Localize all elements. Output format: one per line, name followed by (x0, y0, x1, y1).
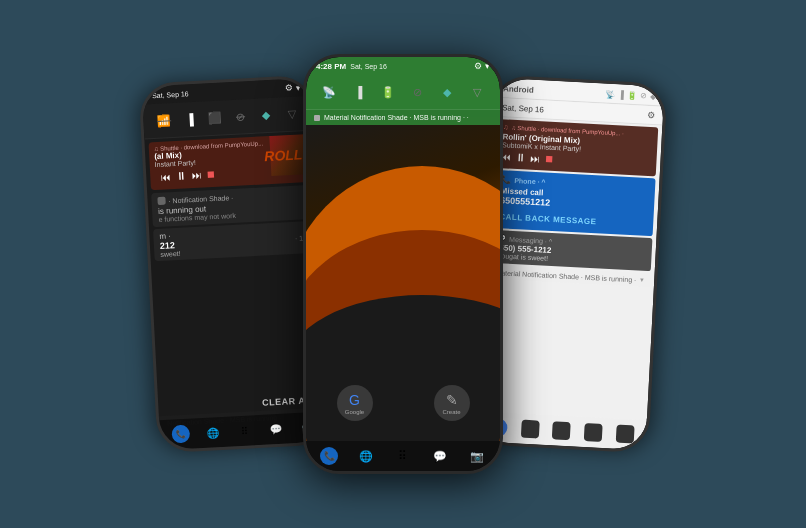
left-dock-apps[interactable]: ⠿ (235, 421, 254, 440)
right-expand-icon: ▾ (640, 276, 644, 284)
center-fab-container: G Google ✎ Create (306, 385, 500, 421)
center-gear-icon[interactable]: ⚙ (474, 61, 482, 71)
center-battery-icon: 🔋 (377, 81, 399, 103)
center-status-date: Sat, Sep 16 (350, 63, 387, 70)
center-status-time: 4:28 PM (316, 62, 346, 71)
left-dock-msg[interactable]: 💬 (267, 420, 286, 439)
center-notification-bar: Material Notification Shade · MSB is run… (306, 110, 500, 125)
gear-icon[interactable]: ⚙ (285, 83, 294, 93)
center-qs-row: 📡 ▐ 🔋 ⊘ ◆ ▽ (306, 75, 500, 110)
center-dock-globe[interactable]: 🌐 (357, 447, 375, 465)
left-shade-notification: · Notification Shade · is running out e … (151, 185, 314, 227)
right-stop-button[interactable]: ⏹ (544, 153, 555, 165)
center-signal-icon[interactable]: ▐ (347, 81, 369, 103)
right-dock-dark3[interactable] (584, 423, 603, 442)
center-filter-icon[interactable]: ▽ (466, 81, 488, 103)
left-shade-notif-title: · Notification Shade · (168, 194, 233, 204)
center-notif-text: Material Notification Shade · MSB is run… (314, 114, 492, 121)
center-status-bar: 4:28 PM Sat, Sep 16 ⚙ ▾ (306, 57, 500, 75)
left-signal-icon[interactable]: ▐ (178, 108, 201, 131)
right-location-icon: ◆ (650, 92, 656, 101)
left-dock-globe[interactable]: 🌐 (203, 423, 222, 442)
expand-icon: ▾ (296, 82, 302, 92)
center-wifi-icon[interactable]: 📡 (318, 81, 340, 103)
right-dock-dark2[interactable] (552, 421, 571, 440)
left-next-button[interactable]: ⏭ (191, 169, 202, 181)
left-qs-row: 📶 ▐ ⬛ ⊘ ◆ ▽ (143, 96, 314, 140)
left-missed-call: m · 212 sweet! · 1m (153, 221, 315, 261)
center-notif-label: Material Notification Shade · MSB is run… (324, 114, 469, 121)
left-wifi-icon[interactable]: 📶 (153, 109, 176, 132)
center-dock-msg[interactable]: 💬 (431, 447, 449, 465)
phone-right-screen: Android 📡 ▐ 🔋 ⊘ ◆ Sat, Sep 16 ⚙ (477, 78, 665, 450)
right-android-status-icons: 📡 ▐ 🔋 ⊘ ◆ (605, 88, 656, 104)
center-notif-dot (314, 115, 320, 121)
left-location-icon[interactable]: ◆ (254, 104, 277, 127)
left-call-text: sweet! (160, 250, 181, 258)
left-stop-button[interactable]: ⏹ (206, 168, 217, 180)
create-icon: ✎ (446, 392, 458, 408)
center-fab-google[interactable]: G Google (337, 385, 373, 421)
center-dock-cam[interactable]: 📷 (468, 447, 486, 465)
right-gear-icon[interactable]: ⚙ (647, 110, 656, 120)
center-expand-icon: ▾ (485, 61, 490, 71)
right-android-label: Android (503, 84, 534, 95)
right-date: Sat, Sep 16 (502, 103, 544, 114)
right-callback-button[interactable]: CALL BACK MESSAGE (499, 210, 597, 228)
center-fab-create[interactable]: ✎ Create (434, 385, 470, 421)
left-battery-icon: ⬛ (204, 106, 227, 129)
right-battery-icon: 🔋 (627, 91, 637, 101)
right-phone-notification: 📞 Phone · ^ Missed call 6505551212 CALL … (492, 170, 656, 236)
center-status-icons: ⚙ ▾ (474, 61, 490, 71)
fab-google-label: Google (345, 409, 364, 415)
left-status-icons: ⚙ ▾ (285, 82, 302, 93)
center-dock-apps[interactable]: ⠿ (394, 447, 412, 465)
right-signal-icon: ▐ (618, 90, 624, 99)
left-music-notification: ♫ Shuttle · download from PumpYouUp... (… (149, 134, 312, 190)
center-location-icon[interactable]: ◆ (436, 81, 458, 103)
right-dock-dark1[interactable] (521, 420, 540, 439)
center-dock: 📞 🌐 ⠿ 💬 📷 (306, 441, 500, 471)
left-block-icon[interactable]: ⊘ (229, 105, 252, 128)
right-music-icon: ♫ (503, 123, 509, 130)
phone-left-screen: Sat, Sep 16 ⚙ ▾ 📶 ▐ ⬛ ⊘ ◆ ▽ ♫ Shuttle (142, 78, 330, 450)
right-wifi-icon: 📡 (605, 90, 615, 100)
left-prev-button[interactable]: ⏮ (160, 171, 171, 183)
right-dock-dark4[interactable] (616, 425, 635, 444)
center-block-icon[interactable]: ⊘ (407, 81, 429, 103)
center-dock-phone[interactable]: 📞 (320, 447, 338, 465)
left-status-date: Sat, Sep 16 (152, 90, 189, 99)
right-music-notification: ♫ ♫ Shuttle · download from PumpYouUp...… (495, 119, 658, 176)
phones-container: Sat, Sep 16 ⚙ ▾ 📶 ▐ ⬛ ⊘ ◆ ▽ ♫ Shuttle (0, 0, 806, 528)
right-pause-button[interactable]: ⏸ (515, 151, 527, 164)
phone-center: 4:28 PM Sat, Sep 16 ⚙ ▾ 📡 ▐ 🔋 ⊘ ◆ ▽ (303, 54, 503, 474)
right-messaging-notification: 💬 Messaging · ^ (650) 555-1212 Nougat is… (490, 230, 653, 271)
left-filter-icon[interactable]: ▽ (280, 102, 303, 125)
left-shade-notif-icon (157, 197, 165, 205)
phone-center-screen: 4:28 PM Sat, Sep 16 ⚙ ▾ 📡 ▐ 🔋 ⊘ ◆ ▽ (306, 57, 500, 471)
fab-create-label: Create (442, 409, 460, 415)
right-next-button[interactable]: ⏭ (530, 152, 541, 164)
left-dock-phone[interactable]: 📞 (171, 425, 190, 444)
google-icon: G (349, 392, 360, 408)
right-phone-app: Phone · ^ (514, 177, 546, 186)
right-block-icon: ⊘ (640, 91, 647, 100)
right-msb-text: Material Notification Shade · MSB is run… (495, 269, 636, 283)
left-pause-button[interactable]: ⏸ (175, 169, 187, 182)
